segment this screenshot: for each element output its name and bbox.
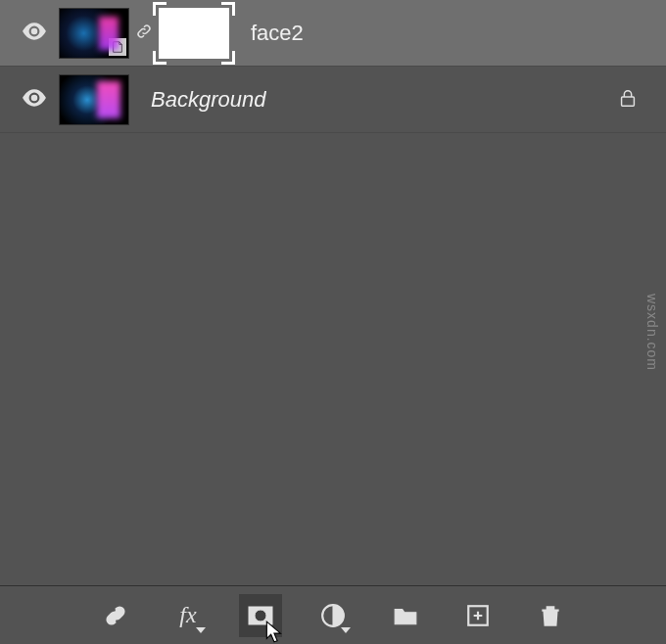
layer-thumbnail-group [59, 8, 229, 59]
eye-icon [22, 22, 47, 45]
layers-bottom-toolbar: fx [0, 585, 666, 644]
layer-thumbnail-group [59, 74, 129, 125]
new-layer-icon [465, 603, 491, 628]
svg-point-2 [255, 610, 266, 621]
watermark-text: wsxdn.com [644, 294, 660, 371]
layer-name[interactable]: Background [151, 87, 265, 113]
adjustment-icon [320, 603, 346, 628]
layer-mask-thumbnail [159, 8, 229, 59]
chevron-down-icon [341, 627, 351, 633]
mask-icon [248, 603, 273, 628]
adjustment-layer-button[interactable] [311, 594, 355, 637]
layers-list: face2 Background [0, 0, 666, 585]
layer-thumbnail[interactable] [59, 74, 129, 125]
layer-row[interactable]: Background [0, 67, 666, 133]
lock-icon [617, 95, 639, 112]
layer-row[interactable]: face2 [0, 0, 666, 67]
folder-icon [393, 603, 418, 628]
visibility-toggle[interactable] [10, 22, 59, 45]
chevron-down-icon [196, 627, 206, 633]
add-layer-mask-button[interactable] [239, 594, 282, 637]
link-layers-button[interactable] [94, 594, 137, 637]
layer-thumbnail[interactable] [59, 8, 129, 59]
lock-indicator[interactable] [617, 87, 639, 113]
layers-panel: face2 Background fx [0, 0, 666, 644]
trash-icon [538, 603, 563, 628]
layer-name[interactable]: face2 [251, 21, 304, 46]
mask-thumbnail-wrap[interactable] [159, 8, 229, 59]
visibility-toggle[interactable] [10, 88, 59, 112]
link-icon [135, 23, 153, 44]
fx-icon: fx [179, 602, 196, 628]
delete-layer-button[interactable] [529, 594, 572, 637]
smart-object-badge-icon [109, 38, 126, 56]
svg-rect-0 [622, 97, 635, 106]
new-group-button[interactable] [384, 594, 427, 637]
eye-icon [22, 88, 47, 112]
layer-effects-button[interactable]: fx [166, 594, 210, 637]
new-layer-button[interactable] [456, 594, 500, 637]
